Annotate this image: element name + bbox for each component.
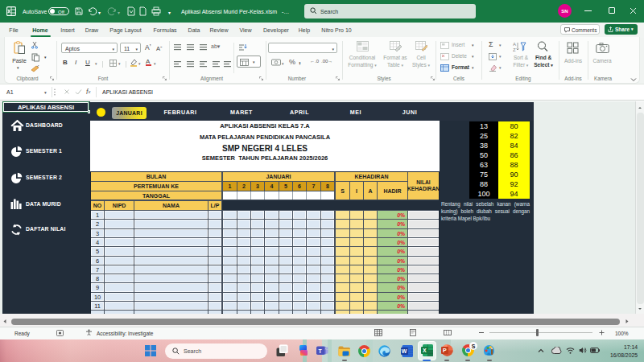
svg-text:P: P: [443, 348, 447, 353]
svg-text:T: T: [319, 348, 323, 354]
svg-text:A: A: [513, 42, 516, 47]
svg-text:Z: Z: [513, 47, 516, 52]
svg-text:X: X: [423, 348, 427, 353]
svg-text:W: W: [402, 348, 407, 354]
